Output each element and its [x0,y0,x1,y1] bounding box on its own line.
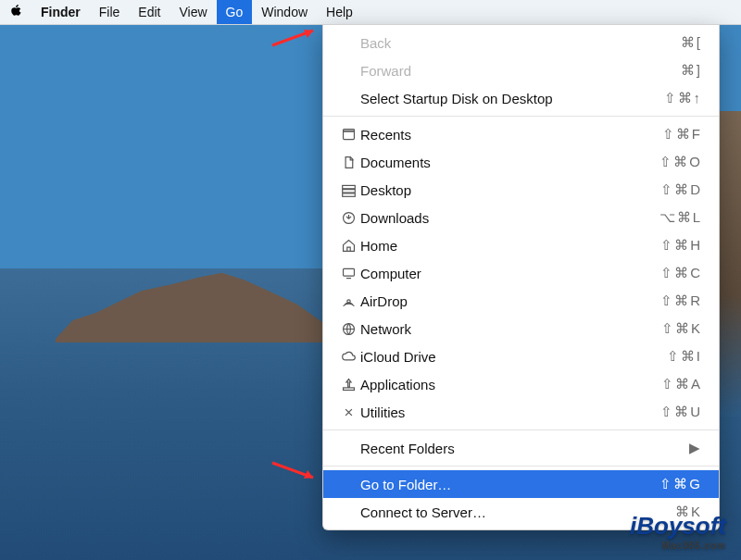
menubar-item-window[interactable]: Window [252,0,317,24]
menu-item-back: Back ⌘[ [323,29,719,56]
menu-separator [323,466,719,467]
svg-rect-9 [343,387,354,390]
airdrop-icon [336,293,360,309]
home-icon [336,238,360,254]
svg-rect-2 [342,185,355,188]
menu-item-network[interactable]: Network⇧⌘K [323,315,719,342]
menubar-item-help[interactable]: Help [317,0,362,24]
menu-item-downloads[interactable]: Downloads⌥⌘L [323,204,719,231]
svg-rect-6 [343,268,354,276]
menu-item-computer[interactable]: Computer⇧⌘C [323,259,719,287]
annotation-arrow [269,459,324,481]
documents-icon [336,155,360,170]
menu-item-forward: Forward ⌘] [323,56,719,84]
menu-item-desktop[interactable]: Desktop⇧⌘D [323,176,719,204]
menubar-app-name[interactable]: Finder [31,0,90,24]
menu-item-go-to-folder[interactable]: Go to Folder… ⇧⌘G [323,470,719,498]
menu-item-documents[interactable]: Documents⇧⌘O [323,148,719,176]
downloads-icon [336,210,360,226]
menu-separator [323,116,719,117]
menubar: Finder File Edit View Go Window Help [0,0,741,25]
svg-rect-3 [342,189,355,192]
menu-item-airdrop[interactable]: AirDrop⇧⌘R [323,287,719,315]
apple-menu[interactable] [0,4,31,20]
menu-item-icloud-drive[interactable]: iCloud Drive⇧⌘I [323,342,719,370]
menu-item-home[interactable]: Home⇧⌘H [323,231,719,259]
menubar-item-go[interactable]: Go [217,0,253,24]
island-shape [56,268,343,342]
menubar-item-edit[interactable]: Edit [129,0,170,24]
network-icon [336,321,360,337]
menu-item-recent-folders[interactable]: Recent Folders ▶ [323,434,719,462]
annotation-arrow [269,27,324,49]
watermark: iBoysoft Mac365.com [630,512,726,551]
utilities-icon [336,404,360,420]
submenu-arrow-icon: ▶ [637,440,702,456]
applications-icon [336,377,360,392]
go-menu-dropdown: Back ⌘[ Forward ⌘] Select Startup Disk o… [322,24,720,530]
desktop-icon [336,182,360,198]
icloud-icon [336,349,360,365]
menu-item-utilities[interactable]: Utilities⇧⌘U [323,398,719,426]
menu-item-applications[interactable]: Applications⇧⌘A [323,370,719,398]
menu-separator [323,429,719,430]
menubar-item-file[interactable]: File [90,0,130,24]
menu-item-recents[interactable]: Recents⇧⌘F [323,120,719,148]
menubar-item-view[interactable]: View [170,0,216,24]
menu-item-select-startup-disk[interactable]: Select Startup Disk on Desktop ⇧⌘↑ [323,84,719,112]
recents-icon [336,127,360,143]
svg-rect-4 [342,193,355,195]
computer-icon [336,266,360,281]
